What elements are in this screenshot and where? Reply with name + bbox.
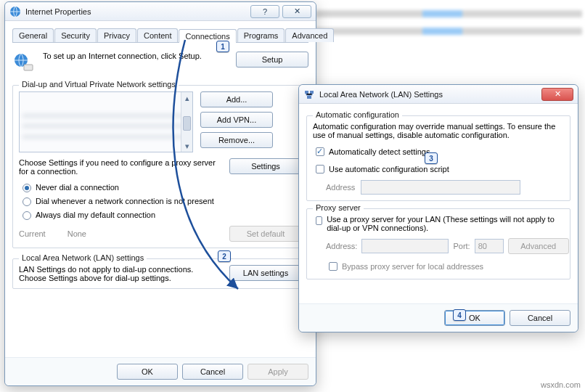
- lan-settings-window: Local Area Network (LAN) Settings ✕ Auto…: [298, 84, 578, 332]
- chk-label: Use automatic configuration script: [329, 165, 449, 173]
- close-button[interactable]: ✕: [541, 88, 573, 101]
- radio-never-input[interactable]: [22, 184, 31, 192]
- tab-programs[interactable]: Programs: [237, 28, 285, 42]
- add-button[interactable]: Add...: [200, 91, 273, 107]
- current-value: None: [68, 229, 86, 238]
- titlebar: Local Area Network (LAN) Settings ✕: [299, 85, 578, 104]
- chk-use-script-input[interactable]: [316, 165, 324, 173]
- apply-button[interactable]: Apply: [248, 364, 308, 380]
- lan-note: LAN Settings do not apply to dial-up con…: [19, 265, 222, 282]
- radio-label: Never dial a connection: [36, 183, 119, 192]
- chk-bypass-input: [329, 262, 338, 271]
- callout-1: 1: [216, 41, 229, 52]
- connection-wizard-icon: [12, 52, 36, 75]
- internet-properties-window: Internet Properties ? ✕ General Security…: [4, 1, 316, 386]
- chk-auto-detect[interactable]: Automatically detect settings: [313, 145, 564, 158]
- connections-listbox[interactable]: ▴ ▾: [19, 91, 193, 152]
- tab-security[interactable]: Security: [54, 28, 97, 42]
- watermark: wsxdn.com: [541, 380, 581, 389]
- radio-whenever-input[interactable]: [22, 197, 31, 206]
- tab-advanced[interactable]: Advanced: [285, 28, 334, 42]
- chk-label: Bypass proxy server for local addresses: [342, 262, 483, 271]
- listbox-scrollbar[interactable]: ▴ ▾: [181, 92, 192, 152]
- chk-label: Use a proxy server for your LAN (These s…: [327, 215, 564, 232]
- script-address-input: [361, 180, 520, 195]
- auto-config-note: Automatic configuration may override man…: [313, 122, 564, 139]
- close-button[interactable]: ✕: [282, 5, 311, 18]
- chk-bypass[interactable]: Bypass proxy server for local addresses: [313, 260, 564, 273]
- settings-hint: Choose Settings if you need to configure…: [19, 158, 222, 176]
- scroll-thumb[interactable]: [183, 116, 191, 131]
- dialup-legend: Dial-up and Virtual Private Network sett…: [19, 80, 179, 89]
- scroll-up-icon[interactable]: ▴: [181, 92, 192, 104]
- window-title: Local Area Network (LAN) Settings: [319, 90, 539, 99]
- chk-use-script[interactable]: Use automatic configuration script: [313, 163, 564, 176]
- setup-button[interactable]: Setup: [236, 52, 308, 68]
- setup-text: To set up an Internet connection, click …: [43, 52, 229, 60]
- auto-config-legend: Automatic configuration: [313, 110, 402, 119]
- settings-button[interactable]: Settings: [229, 158, 302, 174]
- current-label: Current: [19, 229, 46, 238]
- scroll-down-icon[interactable]: ▾: [181, 140, 192, 152]
- radio-label: Always dial my default connection: [36, 211, 155, 219]
- tab-general[interactable]: General: [12, 28, 54, 42]
- radio-never-dial[interactable]: Never dial a connection: [19, 181, 302, 192]
- remove-button[interactable]: Remove...: [200, 132, 273, 148]
- advanced-button[interactable]: Advanced: [508, 238, 569, 254]
- chk-use-proxy-input[interactable]: [316, 216, 322, 225]
- proxy-legend: Proxy server: [313, 203, 364, 212]
- callout-4: 4: [453, 309, 466, 321]
- script-address-label: Address: [326, 183, 355, 192]
- window-title: Internet Properties: [25, 7, 248, 16]
- radio-dial-whenever[interactable]: Dial whenever a network connection is no…: [19, 195, 302, 206]
- help-button[interactable]: ?: [250, 5, 279, 18]
- radio-always-dial[interactable]: Always dial my default connection: [19, 209, 302, 220]
- proxy-port-input: [475, 239, 504, 253]
- svg-rect-3: [305, 91, 308, 94]
- titlebar: Internet Properties ? ✕: [5, 2, 316, 21]
- proxy-address-input: [361, 239, 449, 253]
- set-default-button[interactable]: Set default: [229, 226, 302, 242]
- ok-button[interactable]: OK: [117, 364, 178, 380]
- callout-3: 3: [425, 152, 438, 164]
- tab-content[interactable]: Content: [137, 28, 179, 42]
- svg-rect-4: [310, 91, 314, 94]
- chk-use-proxy[interactable]: Use a proxy server for your LAN (These s…: [313, 215, 564, 232]
- tabs: General Security Privacy Content Connect…: [12, 28, 308, 43]
- proxy-port-label: Port:: [453, 242, 470, 250]
- chk-label: Automatically detect settings: [329, 147, 430, 156]
- radio-label: Dial whenever a network connection is no…: [36, 197, 214, 205]
- internet-icon: [9, 6, 21, 17]
- callout-2: 2: [218, 250, 231, 262]
- lan-legend: Local Area Network (LAN) settings: [19, 253, 147, 262]
- lan-settings-button[interactable]: LAN settings: [229, 265, 302, 281]
- chk-auto-detect-input[interactable]: [316, 147, 324, 156]
- svg-rect-5: [307, 96, 311, 99]
- cancel-button[interactable]: Cancel: [182, 364, 243, 380]
- proxy-address-label: Address:: [326, 242, 357, 250]
- network-icon: [303, 89, 315, 100]
- radio-always-input[interactable]: [22, 211, 31, 220]
- svg-rect-2: [24, 65, 33, 70]
- tab-privacy[interactable]: Privacy: [97, 28, 136, 42]
- add-vpn-button[interactable]: Add VPN...: [200, 112, 273, 128]
- cancel-button[interactable]: Cancel: [510, 310, 570, 326]
